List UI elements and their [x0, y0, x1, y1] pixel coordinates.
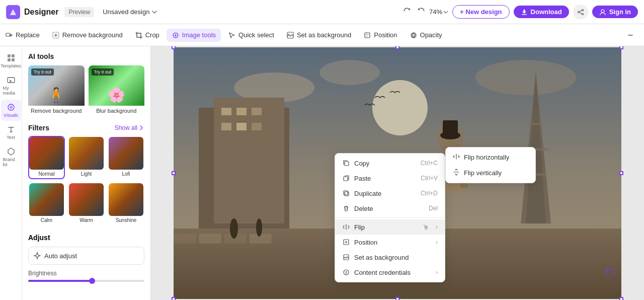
svg-rect-19 [8, 78, 15, 83]
filter-label-normal: Normal [29, 170, 64, 178]
auto-adjust-button[interactable]: Auto adjust [28, 247, 144, 265]
handle-bottom-right[interactable] [619, 297, 623, 300]
sidebar-item-text[interactable]: Text [1, 122, 21, 143]
crop-button[interactable]: Crop [130, 29, 165, 42]
ai-tool-blur-bg[interactable]: Try it out Blur background [89, 65, 145, 116]
svg-point-26 [319, 60, 380, 85]
flip-icon [342, 223, 350, 231]
svg-point-12 [628, 34, 629, 35]
canvas-area[interactable]: Copy Ctrl+C Paste Ctrl+V Duplicate Ctrl+… [151, 46, 644, 300]
adjust-title: Adjust [28, 234, 144, 242]
duplicate-icon [342, 189, 350, 197]
main-area: Templates My media Visuals Text Brand ki… [0, 46, 644, 300]
sidebar-icons: Templates My media Visuals Text Brand ki… [0, 46, 22, 300]
flip-vertical-label: Flip vertically [464, 169, 502, 177]
content-cred-icon [342, 268, 350, 276]
ctx-flip-label: Flip [354, 223, 416, 231]
svg-rect-18 [12, 58, 15, 61]
svg-rect-30 [236, 108, 247, 115]
sign-in-button[interactable]: Sign in [592, 6, 638, 18]
svg-rect-31 [252, 108, 262, 115]
ctx-set-as-bg[interactable]: Set as background [335, 250, 445, 265]
ctx-copy-shortcut: Ctrl+C [421, 160, 438, 167]
handle-mid-left[interactable] [172, 171, 176, 175]
ctx-position[interactable]: Position › [335, 235, 445, 250]
show-all-filters-button[interactable]: Show all [115, 124, 144, 131]
svg-point-45 [230, 218, 238, 239]
svg-rect-0 [522, 14, 527, 15]
sidebar-item-templates[interactable]: Templates [1, 50, 21, 71]
ctx-flip[interactable]: Flip 🖱 › [335, 219, 445, 235]
svg-rect-55 [443, 120, 458, 135]
image-tools-button[interactable]: Image tools [167, 29, 221, 42]
preview-button[interactable]: Preview [64, 7, 94, 17]
svg-point-14 [631, 34, 632, 35]
ai-tools-grid: Try it out Remove background Try it out … [28, 65, 144, 116]
filter-light[interactable]: Light [68, 136, 105, 179]
svg-rect-16 [12, 54, 15, 57]
quick-select-button[interactable]: Quick select [223, 29, 279, 42]
brightness-slider[interactable] [28, 280, 144, 282]
ctx-content-credentials[interactable]: Content credentials › [335, 265, 445, 280]
handle-bottom-mid[interactable] [395, 297, 399, 300]
handle-mid-right[interactable] [619, 171, 623, 175]
svg-rect-42 [199, 234, 221, 244]
svg-point-3 [582, 13, 583, 15]
handle-bottom-left[interactable] [172, 297, 176, 300]
new-design-button[interactable]: + New design [452, 5, 509, 19]
svg-rect-5 [6, 33, 10, 36]
submenu-flip-vertical[interactable]: Flip vertically [446, 165, 535, 181]
sidebar-item-my-media[interactable]: My media [1, 72, 21, 99]
set-as-background-button[interactable]: Set as background [281, 29, 356, 42]
svg-rect-57 [344, 177, 348, 181]
ctx-flip-arrow: › [436, 223, 438, 231]
download-button[interactable]: Download [514, 6, 569, 18]
share-icon-button[interactable] [573, 5, 588, 20]
remove-background-button[interactable]: Remove background [47, 29, 128, 42]
try-it-badge-1: Try it out [31, 68, 54, 76]
paste-icon [342, 174, 350, 182]
design-name-button[interactable]: Unsaved design [98, 6, 162, 18]
opacity-button[interactable]: Opacity [405, 29, 447, 42]
toolbar-more-button[interactable] [623, 28, 638, 43]
handle-top-mid[interactable] [395, 46, 399, 49]
zoom-value[interactable]: 74% [429, 8, 448, 16]
replace-button[interactable]: Replace [0, 29, 45, 42]
filter-lofi[interactable]: Lofi [108, 136, 144, 179]
svg-point-2 [578, 11, 579, 13]
context-menu: Copy Ctrl+C Paste Ctrl+V Duplicate Ctrl+… [335, 153, 445, 282]
position-button[interactable]: Position [358, 29, 402, 42]
ctx-duplicate-shortcut: Ctrl+D [421, 190, 438, 197]
sidebar-item-brand-kit[interactable]: Brand kit [1, 144, 21, 170]
ctx-delete[interactable]: Delete Del [335, 201, 445, 216]
ctx-duplicate[interactable]: Duplicate Ctrl+D [335, 186, 445, 201]
svg-point-46 [256, 218, 262, 237]
handle-top-left[interactable] [172, 46, 176, 49]
ctx-copy[interactable]: Copy Ctrl+C [335, 156, 445, 171]
svg-point-23 [372, 80, 428, 135]
submenu-flip-horizontal[interactable]: Flip horizontally [446, 149, 535, 165]
flip-horizontal-label: Flip horizontally [464, 154, 509, 161]
svg-rect-10 [365, 33, 370, 38]
sidebar-item-visuals[interactable]: Visuals [1, 100, 21, 121]
zoom-redo-button[interactable] [415, 5, 427, 19]
ctx-paste[interactable]: Paste Ctrl+V [335, 171, 445, 186]
secondary-toolbar: Replace Remove background Crop Image too… [0, 24, 644, 46]
try-it-badge-2: Try it out [92, 68, 114, 76]
filter-sunshine[interactable]: Sunshine [108, 182, 144, 226]
app-name: Designer [24, 8, 58, 17]
zoom-undo-button[interactable] [401, 5, 413, 19]
filter-label-sunshine: Sunshine [109, 216, 143, 224]
svg-rect-33 [236, 123, 247, 130]
ctx-paste-shortcut: Ctrl+V [421, 175, 438, 182]
svg-rect-59 [344, 191, 348, 195]
brightness-label: Brightness [28, 270, 57, 277]
ai-tool-remove-bg[interactable]: Try it out Remove background [28, 65, 85, 116]
ctx-delete-shortcut: Del [429, 205, 438, 212]
handle-top-right[interactable] [619, 46, 623, 49]
filter-calm[interactable]: Calm [28, 182, 65, 226]
filter-warm[interactable]: Warm [68, 182, 105, 226]
filter-normal[interactable]: Normal [28, 136, 65, 179]
rotate-handle[interactable] [605, 267, 616, 280]
filters-header: Filters Show all [28, 124, 144, 132]
